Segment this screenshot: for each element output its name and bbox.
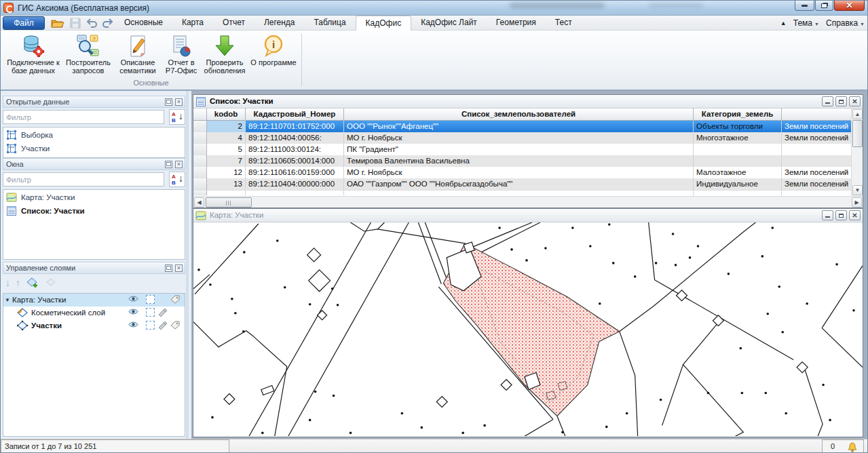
visibility-eye-icon[interactable] — [128, 308, 138, 315]
tab-tablica[interactable]: Таблица — [305, 16, 356, 31]
scroll-right-icon[interactable]: ▶ — [852, 197, 862, 208]
svg-text:?: ? — [92, 36, 96, 42]
map-window-titlebar[interactable]: Карта: Участки ✕ — [193, 209, 863, 222]
window-minimize-button[interactable] — [822, 210, 833, 220]
db-connection-button[interactable]: Подключение к базе данных — [5, 33, 62, 78]
list-item-vyborka[interactable]: Выборка — [3, 128, 185, 142]
close-panel-icon[interactable]: × — [175, 161, 183, 168]
visibility-eye-icon[interactable] — [128, 295, 138, 302]
col-lands[interactable] — [782, 109, 852, 121]
layer-row-uchastki[interactable]: Участки — [3, 319, 185, 332]
tab-osnovnye[interactable]: Основные — [115, 16, 172, 31]
undo-icon[interactable] — [85, 18, 98, 28]
open-data-panel: Открытые данные × АВ↓ Выб — [3, 96, 185, 158]
edit-pencil-icon[interactable] — [157, 308, 167, 317]
ribbon-panel: Подключение к базе данных ? Построитель … — [1, 31, 868, 91]
theme-menu[interactable]: Тема▼ — [793, 18, 819, 28]
help-menu[interactable]: Справка▼ — [826, 18, 865, 28]
about-button[interactable]: i О программе — [249, 33, 298, 78]
close-panel-icon[interactable]: × — [175, 98, 183, 106]
tab-karta[interactable]: Карта — [172, 16, 213, 31]
close-button[interactable]: ✕ — [834, 1, 865, 11]
scroll-up-icon[interactable]: ▲ — [852, 109, 863, 119]
float-panel-icon[interactable] — [165, 161, 172, 168]
windows-filter-input[interactable] — [3, 172, 164, 186]
table-row[interactable]: 7 89:12:110605:00014:000 Темирова Валент… — [193, 155, 863, 167]
edit-pencil-icon[interactable] — [157, 321, 167, 330]
maximize-button[interactable] — [815, 1, 833, 11]
table-vertical-scrollbar[interactable]: ▲ ▼ — [851, 109, 863, 196]
database-connection-icon — [22, 35, 45, 58]
notifications-cell[interactable]: 0 — [822, 439, 864, 453]
map-canvas[interactable] — [193, 222, 863, 436]
window-minimize-button[interactable] — [822, 96, 833, 106]
col-category[interactable]: Категория_земель — [694, 109, 782, 121]
open-data-filter-input[interactable] — [3, 110, 164, 124]
scrollbar-thumb[interactable] — [852, 120, 863, 147]
minimize-button[interactable] — [795, 1, 814, 11]
collapse-ribbon-icon[interactable]: ▲ — [780, 20, 787, 26]
open-data-panel-header[interactable]: Открытые данные × — [3, 96, 185, 108]
redo-icon[interactable] — [101, 18, 115, 28]
col-users[interactable]: Список_землепользователей — [344, 109, 694, 121]
background-window-smudge — [510, 3, 605, 8]
move-layer-up-icon[interactable]: ↑ — [16, 277, 20, 288]
attribute-table[interactable]: kodob Кадастровый_Номер Список_землеполь… — [193, 109, 863, 196]
save-icon[interactable] — [69, 18, 82, 28]
layers-panel-header[interactable]: Управление слоями × — [3, 262, 185, 274]
window-close-button[interactable]: ✕ — [849, 210, 861, 220]
label-tag-icon[interactable] — [170, 321, 181, 330]
add-layer-icon[interactable] — [26, 277, 39, 289]
query-builder-button[interactable]: ? Построитель запросов — [63, 33, 113, 78]
table-row[interactable]: 4 89:12:110404:00056: МО г. Ноябрьск Мно… — [193, 132, 863, 144]
layer-selectable-checkbox[interactable] — [146, 308, 155, 317]
table-window-titlebar[interactable]: Список: Участки ✕ — [193, 95, 863, 109]
scroll-down-icon[interactable]: ▼ — [852, 185, 863, 195]
tab-test[interactable]: Тест — [546, 16, 582, 31]
scroll-left-icon[interactable]: ◀ — [194, 197, 204, 208]
list-item-uchastki[interactable]: Участки — [3, 142, 185, 155]
float-panel-icon[interactable] — [165, 264, 172, 272]
float-panel-icon[interactable] — [165, 98, 172, 106]
move-layer-down-icon[interactable]: ↓ — [5, 277, 10, 288]
layer-style-icon[interactable] — [45, 277, 57, 289]
windows-panel: Окна × АВ↓ Карта: Участки — [3, 158, 185, 262]
table-window: Список: Участки ✕ kodob Кадастровый_Номе… — [193, 94, 863, 208]
table-horizontal-scrollbar[interactable]: ◀ ▶ — [193, 196, 863, 208]
layer-selectable-checkbox[interactable] — [146, 295, 155, 304]
col-kodob[interactable]: kodob — [207, 109, 246, 121]
title-bar[interactable]: ГИС Аксиома (Бесплатная версия) ✕ — [1, 1, 868, 16]
sort-alphabetical-button[interactable]: АВ↓ — [169, 172, 185, 187]
layer-selectable-checkbox[interactable] — [146, 321, 155, 330]
window-restore-button[interactable] — [835, 210, 847, 220]
r7-office-report-button[interactable]: Отчет в Р7-Офис — [162, 33, 200, 78]
window-item-list-active[interactable]: Список: Участки — [3, 204, 185, 218]
scrollbar-thumb[interactable] — [206, 197, 252, 208]
window-restore-button[interactable] — [835, 96, 847, 106]
tab-otchet[interactable]: Отчет — [213, 16, 254, 31]
bell-icon[interactable] — [847, 442, 858, 452]
label-tag-icon[interactable] — [170, 295, 181, 304]
tab-geometriya[interactable]: Геометрия — [487, 16, 546, 31]
table-row[interactable]: 13 89:12:110404:00000:000 ОАО ""Газпром"… — [193, 178, 863, 190]
check-updates-button[interactable]: Проверить обновления — [202, 33, 248, 78]
file-menu-button[interactable]: Файл — [3, 16, 45, 30]
close-panel-icon[interactable]: × — [175, 264, 183, 272]
tab-kadofis-lite[interactable]: КадОфис Лайт — [411, 16, 487, 31]
semantics-description-button[interactable]: Описание семантики — [115, 33, 161, 78]
sort-alphabetical-button[interactable]: АВ↓ — [169, 109, 185, 125]
table-row[interactable]: 12 89:12:110616:00159:000 МО г. Ноябрьск… — [193, 167, 863, 178]
window-item-map[interactable]: Карта: Участки — [3, 191, 185, 204]
table-row[interactable]: 2 89:12:110701:01752:000 ООО ""Рынок""Аф… — [193, 121, 863, 132]
open-folder-icon[interactable] — [51, 18, 64, 28]
windows-panel-header[interactable]: Окна × — [3, 158, 185, 170]
tree-expander-icon[interactable]: ▼ — [5, 294, 10, 307]
tab-legenda[interactable]: Легенда — [254, 16, 305, 31]
col-kadastr[interactable]: Кадастровый_Номер — [246, 109, 344, 121]
tab-kadofis-selected[interactable]: КадОфис — [356, 16, 412, 31]
visibility-eye-icon[interactable] — [128, 321, 138, 328]
table-row[interactable]: 5 89:12:111003:00124: ПК "Градиент" — [193, 144, 863, 155]
window-close-button[interactable]: ✕ — [849, 96, 861, 106]
layer-row-cosmetic[interactable]: Косметический слой — [3, 307, 185, 319]
layer-row-map[interactable]: ▼ Карта: Участки — [3, 294, 185, 307]
